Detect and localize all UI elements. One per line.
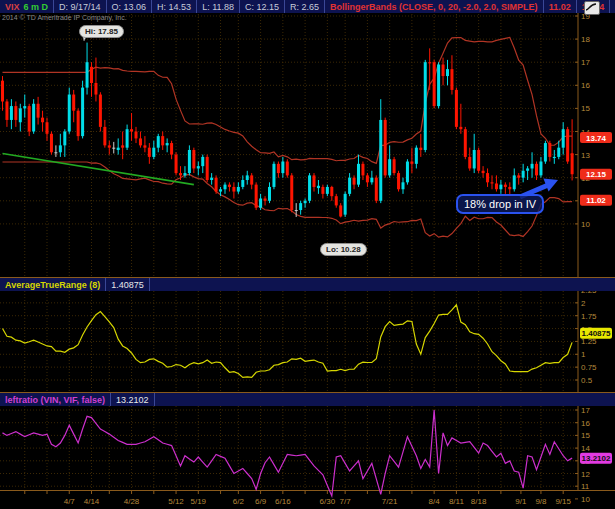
candle-body xyxy=(152,148,155,157)
candle-body xyxy=(339,205,342,216)
candle-body xyxy=(321,187,324,194)
symbol-label: VIX xyxy=(5,2,20,12)
y-tick-label: 12 xyxy=(581,470,590,479)
candle-body xyxy=(219,189,222,191)
candle-body xyxy=(259,198,262,207)
annotation-callout[interactable]: 18% drop in IV xyxy=(456,194,544,214)
candle-body xyxy=(304,201,307,203)
y-tick-label: 15 xyxy=(581,431,590,440)
y-tick-label: 11 xyxy=(581,482,590,491)
x-tick-label: 4/7 xyxy=(64,497,76,506)
candle-body xyxy=(330,187,333,196)
axis-badge-label: 12.15 xyxy=(586,170,607,179)
y-tick-label: 10 xyxy=(581,495,590,504)
trendline xyxy=(3,153,194,184)
candle-body xyxy=(10,106,13,120)
range-cell: R: 2.65 xyxy=(285,0,325,13)
candle-body xyxy=(112,148,115,149)
candle-body xyxy=(277,164,280,173)
candle-body xyxy=(557,148,560,157)
candle-body xyxy=(32,104,35,132)
date-cell: D: 9/17/14 xyxy=(54,0,107,13)
candle-body xyxy=(419,148,422,150)
y-tick-label: 17 xyxy=(581,58,590,67)
axis-badge-label: 13.2102 xyxy=(582,454,611,463)
y-tick-label: 14 xyxy=(581,444,590,453)
candle-body xyxy=(375,178,378,201)
x-tick-label: 6/2 xyxy=(233,497,245,506)
y-tick-label: 2 xyxy=(581,299,586,308)
candle-body xyxy=(188,150,191,173)
candle-body xyxy=(68,95,71,132)
copyright-text: 2014 © TD Ameritrade IP Company, Inc. xyxy=(2,14,127,21)
y-tick-label: 10 xyxy=(581,220,590,229)
y-tick-label: 1.25 xyxy=(581,337,597,346)
candle-body xyxy=(41,118,44,123)
candle-body xyxy=(59,145,62,152)
candle-body xyxy=(170,143,173,155)
chart-window: 191817161514131211102.2521.751.51.2510.7… xyxy=(0,0,615,509)
candle-body xyxy=(317,186,320,188)
close-cell: C: 12.15 xyxy=(240,0,285,13)
candle-body xyxy=(406,162,409,183)
y-tick-label: 16 xyxy=(581,81,590,90)
candle-body xyxy=(548,143,551,157)
low-cell: L: 11.88 xyxy=(197,0,240,13)
candle-body xyxy=(508,187,511,189)
candle-body xyxy=(246,175,249,180)
candle-body xyxy=(94,83,97,95)
candle-body xyxy=(402,182,405,189)
x-tick-label: 8/18 xyxy=(471,497,487,506)
candle-body xyxy=(143,145,146,147)
candle-body xyxy=(215,178,218,192)
x-tick-label: 6/16 xyxy=(275,497,291,506)
y-tick-label: 0.5 xyxy=(581,376,593,385)
x-tick-label: 9/15 xyxy=(555,497,571,506)
y-tick-label: 0.75 xyxy=(581,363,597,372)
candle-body xyxy=(526,168,529,170)
candle-body xyxy=(491,182,494,183)
candle-body xyxy=(437,65,440,107)
candle-body xyxy=(357,164,360,185)
atr-study-label[interactable]: AverageTrueRange (8) xyxy=(0,278,106,291)
candle-body xyxy=(379,120,382,201)
bollinger-study-label[interactable]: BollingerBands (CLOSE, 0, 20, -2.0, 2.0,… xyxy=(325,0,544,13)
high-cell: H: 14.53 xyxy=(152,0,197,13)
candle-body xyxy=(281,162,284,174)
y-tick-label: 15 xyxy=(581,104,590,113)
candle-body xyxy=(464,129,467,157)
timeframe-label: 6 m D xyxy=(24,2,49,12)
candle-body xyxy=(206,157,209,180)
candle-body xyxy=(370,178,373,183)
candle-body xyxy=(290,175,293,210)
x-tick-label: 7/21 xyxy=(382,497,398,506)
candle-body xyxy=(157,136,160,148)
candle-body xyxy=(201,157,204,166)
candle-body xyxy=(393,159,396,173)
candle-body xyxy=(103,127,106,145)
candle-body xyxy=(295,210,298,211)
candle-body xyxy=(566,129,569,161)
x-tick-label: 7/7 xyxy=(340,497,352,506)
candle-body xyxy=(50,134,53,152)
chart-style-icon[interactable] xyxy=(584,1,600,15)
candle-body xyxy=(5,101,8,119)
candle-body xyxy=(228,185,231,187)
candle-body xyxy=(299,203,302,210)
candle-body xyxy=(268,187,271,201)
candle-body xyxy=(504,185,507,187)
y-tick-label: 17 xyxy=(581,406,590,415)
candle-body xyxy=(535,164,538,176)
candle-body xyxy=(495,183,498,189)
axis-badge-label: 13.74 xyxy=(586,134,607,143)
curve-glyph xyxy=(585,2,597,12)
candle-body xyxy=(126,129,129,147)
axis-badge-label: 1.40875 xyxy=(582,329,611,338)
candle-body xyxy=(28,106,31,131)
leftratio-study-label[interactable]: leftratio (VIN, VIF, false) xyxy=(0,393,111,406)
symbol-cell[interactable]: VIX6 m D xyxy=(0,0,54,13)
chart-canvas[interactable]: 191817161514131211102.2521.751.51.2510.7… xyxy=(0,0,615,509)
candle-body xyxy=(477,150,480,171)
candle-body xyxy=(286,162,289,176)
x-tick-label: 8/11 xyxy=(449,497,465,506)
